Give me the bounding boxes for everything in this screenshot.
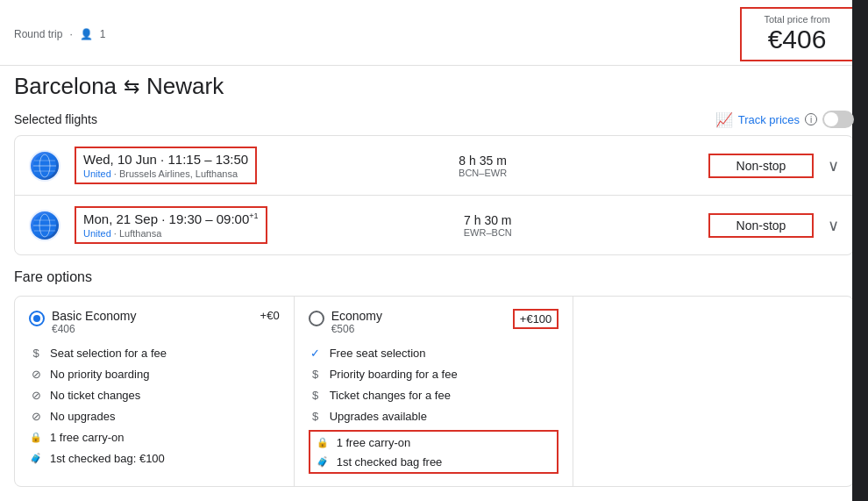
airline-globe-2 — [31, 211, 59, 240]
no-circle-icon: ⊘ — [29, 367, 43, 381]
fare-economy-header: Economy €506 +€100 — [309, 309, 559, 335]
origin-label: Barcelona — [14, 73, 117, 100]
fare-basic-economy-baggage: 🔒 1 free carry-on 🧳 1st checked bag: €10… — [29, 430, 280, 465]
total-price-value: €406 — [754, 25, 840, 54]
fare-economy-radio[interactable] — [309, 311, 324, 326]
track-prices-info-icon[interactable]: i — [805, 113, 817, 125]
fare-feature-upgrades-avail: $ Upgrades available — [309, 409, 559, 423]
fare-feature-upgrades: ⊘ No upgrades — [29, 409, 280, 423]
top-bar: Round trip · 👤 1 Total price from €406 — [0, 0, 868, 66]
trip-type-label: Round trip — [14, 28, 62, 40]
dollar-icon-2: $ — [309, 367, 323, 381]
return-chevron[interactable]: ∨ — [828, 216, 839, 235]
track-prices-label: Track prices — [738, 113, 800, 126]
fare-feature-free-seat: ✓ Free seat selection — [309, 346, 559, 360]
fare-basic-economy-name-block: Basic Economy €406 — [52, 309, 136, 335]
fare-feature-carryon: 🔒 1 free carry-on — [29, 430, 280, 444]
outbound-flight-time: Wed, 10 Jun · 11:15 – 13:50 — [83, 152, 248, 167]
return-flight-time: Mon, 21 Sep · 19:30 – 09:00+1 — [83, 211, 259, 226]
fare-economy-checked-label: 1st checked bag free — [337, 455, 443, 469]
return-airline-logo — [29, 210, 60, 241]
outbound-stop: Non-stop — [721, 159, 801, 173]
return-route: EWR–BCN — [281, 227, 694, 238]
outbound-duration-area: 8 h 35 m BCN–EWR — [271, 154, 694, 178]
return-flight-time-box: Mon, 21 Sep · 19:30 – 09:00+1 United · L… — [75, 206, 267, 244]
outbound-chevron[interactable]: ∨ — [828, 156, 839, 175]
route-arrows-icon: ⇆ — [124, 75, 139, 98]
fare-basic-economy-radio[interactable] — [29, 311, 45, 326]
total-price-box: Total price from €406 — [740, 7, 854, 61]
lock-icon: 🔒 — [29, 430, 43, 444]
no-circle-icon-3: ⊘ — [29, 409, 43, 423]
fare-basic-economy-name: Basic Economy — [52, 309, 136, 323]
outbound-airline-logo — [29, 150, 60, 182]
separator: · — [69, 28, 72, 40]
fare-basic-economy-price: €406 — [52, 323, 136, 335]
fare-basic-economy-header: Basic Economy €406 +€0 — [29, 309, 280, 335]
return-duration: 7 h 30 m — [281, 213, 694, 227]
fare-feature-changes: ⊘ No ticket changes — [29, 388, 280, 402]
fare-economy-name-area: Economy €506 — [309, 309, 382, 335]
fare-grid: Basic Economy €406 +€0 $ Seat selection … — [14, 296, 854, 487]
return-flight-row[interactable]: Mon, 21 Sep · 19:30 – 09:00+1 United · L… — [15, 196, 853, 254]
return-stop-box: Non-stop — [708, 213, 814, 238]
fare-economy-carryon-label: 1 free carry-on — [337, 436, 411, 449]
return-flight-airlines: United · Lufthansa — [83, 228, 259, 239]
fare-economy-price: €506 — [331, 323, 382, 335]
bag-icon: 🧳 — [29, 451, 43, 465]
outbound-flight-time-box: Wed, 10 Jun · 11:15 – 13:50 United · Bru… — [75, 147, 257, 184]
trip-info: Round trip · 👤 1 — [14, 28, 105, 40]
selected-flights-header: Selected flights 📈 Track prices i — [14, 111, 854, 128]
fare-economy-name-block: Economy €506 — [331, 309, 382, 335]
fare-economy-name: Economy — [331, 309, 382, 323]
fare-basic-economy-adder: +€0 — [260, 309, 280, 322]
right-sidebar-bar — [852, 0, 868, 501]
fare-economy-carryon-row: 🔒 1 free carry-on — [316, 435, 552, 449]
fare-feature-priority: ⊘ No priority boarding — [29, 367, 280, 381]
fare-basic-economy-features: $ Seat selection for a fee ⊘ No priority… — [29, 346, 280, 423]
outbound-duration: 8 h 35 m — [271, 154, 694, 168]
outbound-stop-box: Non-stop — [708, 154, 814, 178]
fare-options-section: Fare options Basic Economy €406 +€0 — [14, 269, 854, 487]
dollar-icon-3: $ — [309, 388, 323, 402]
return-stop: Non-stop — [721, 218, 801, 233]
page-title: Barcelona ⇆ Newark — [14, 73, 854, 100]
fare-feature-checked-bag: 🧳 1st checked bag: €100 — [29, 451, 280, 465]
outbound-route: BCN–EWR — [271, 168, 694, 178]
no-circle-icon-2: ⊘ — [29, 388, 43, 402]
fare-feature-priority-fee: $ Priority boarding for a fee — [309, 367, 559, 381]
track-prices-area[interactable]: 📈 Track prices i — [715, 111, 854, 128]
fare-column-third — [573, 297, 853, 486]
fare-column-economy[interactable]: Economy €506 +€100 ✓ Free seat selection… — [295, 297, 574, 486]
fare-economy-features: ✓ Free seat selection $ Priority boardin… — [309, 346, 559, 423]
bag-icon-2: 🧳 — [316, 454, 330, 469]
dollar-icon-4: $ — [309, 409, 323, 423]
outbound-flight-row[interactable]: Wed, 10 Jun · 11:15 – 13:50 United · Bru… — [15, 136, 853, 196]
fare-basic-economy-name-area: Basic Economy €406 — [29, 309, 136, 335]
dollar-icon: $ — [29, 346, 43, 360]
main-content: Barcelona ⇆ Newark Selected flights 📈 Tr… — [0, 66, 868, 487]
fare-feature-seat: $ Seat selection for a fee — [29, 346, 280, 360]
fare-economy-checked-row: 🧳 1st checked bag free — [316, 454, 552, 469]
fare-economy-baggage-boxed: 🔒 1 free carry-on 🧳 1st checked bag free — [309, 430, 559, 474]
track-prices-chart-icon: 📈 — [715, 111, 733, 128]
destination-label: Newark — [146, 73, 224, 100]
outbound-flight-airlines: United · Brussels Airlines, Lufthansa — [83, 168, 248, 179]
track-prices-toggle[interactable] — [822, 111, 854, 128]
flights-container: Wed, 10 Jun · 11:15 – 13:50 United · Bru… — [14, 135, 854, 255]
fare-section-title: Fare options — [14, 269, 854, 285]
airline-globe — [31, 152, 59, 180]
total-price-label: Total price from — [754, 14, 840, 25]
fare-feature-ticket-changes: $ Ticket changes for a fee — [309, 388, 559, 402]
return-duration-area: 7 h 30 m EWR–BCN — [281, 213, 694, 238]
lock-icon-2: 🔒 — [316, 435, 330, 449]
check-icon: ✓ — [309, 346, 323, 360]
fare-column-basic-economy[interactable]: Basic Economy €406 +€0 $ Seat selection … — [15, 297, 295, 486]
fare-economy-adder-boxed: +€100 — [513, 309, 559, 329]
person-icon: 👤 — [80, 28, 93, 40]
passenger-count: 1 — [100, 28, 106, 40]
selected-flights-title: Selected flights — [14, 112, 97, 126]
